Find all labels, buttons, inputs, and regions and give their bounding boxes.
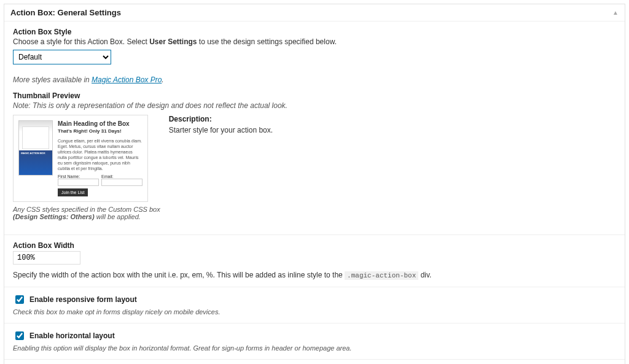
style-instr-post: to use the design settings specified bel… bbox=[197, 37, 336, 46]
more-pre: More styles available in bbox=[13, 76, 92, 84]
width-desc: Specify the width of the action box with… bbox=[13, 271, 616, 279]
horizontal-section: Enable horizontal layout Enabling this o… bbox=[4, 323, 625, 360]
style-instruction: Choose a style for this Action Box. Sele… bbox=[13, 37, 616, 46]
responsive-desc: Check this box to make opt in forms disp… bbox=[13, 308, 616, 316]
style-section: Action Box Style Choose a style for this… bbox=[4, 21, 625, 235]
panel-title: Action Box: General Settings bbox=[10, 8, 121, 17]
more-styles-note: More styles available in Magic Action Bo… bbox=[13, 76, 616, 84]
first-name-input bbox=[58, 179, 99, 186]
thumbnail-row: Main Heading of the Box That's Right! On… bbox=[13, 115, 616, 227]
css-note-l1: Any CSS styles specified in the Custom C… bbox=[13, 206, 160, 213]
join-button: Join the List bbox=[58, 188, 88, 196]
email-label: Email: bbox=[101, 174, 143, 179]
first-name-label: First Name: bbox=[58, 174, 99, 179]
sample-form-row: First Name: Email: bbox=[58, 174, 143, 186]
sample-lorem: Congue etiam, per elit viverra conubia d… bbox=[58, 138, 143, 172]
sample-heading: Main Heading of the Box bbox=[58, 120, 143, 127]
horizontal-desc: Enabling this option will display the bo… bbox=[13, 344, 616, 352]
thumbnail-body: Main Heading of the Box That's Right! On… bbox=[18, 120, 143, 196]
css-note-l2-rest: will be applied. bbox=[95, 213, 141, 220]
pro-link[interactable]: Magic Action Box Pro bbox=[92, 76, 162, 84]
thumbnail-preview-box: Main Heading of the Box That's Right! On… bbox=[13, 115, 148, 202]
style-heading: Action Box Style bbox=[13, 28, 616, 36]
sample-subheading: That's Right! Only 31 Days! bbox=[58, 128, 143, 134]
thumbnail-heading: Thumbnail Preview bbox=[13, 91, 616, 100]
width-heading: Action Box Width bbox=[13, 241, 616, 250]
horizontal-checkbox[interactable] bbox=[15, 331, 24, 340]
responsive-checkbox[interactable] bbox=[15, 295, 24, 304]
boxshot-icon bbox=[18, 120, 53, 176]
responsive-label: Enable responsive form layout bbox=[29, 295, 137, 304]
width-input[interactable] bbox=[13, 251, 80, 265]
description-heading: Description: bbox=[169, 115, 273, 123]
thumbnail-note: Note: This is only a representation of t… bbox=[13, 101, 616, 110]
email-field-wrap: Email: bbox=[101, 174, 143, 186]
description-text: Starter style for your action box. bbox=[169, 126, 273, 134]
width-section: Action Box Width Specify the width of th… bbox=[4, 235, 625, 287]
horizontal-label: Enable horizontal layout bbox=[29, 331, 115, 340]
email-input bbox=[101, 179, 143, 186]
first-name-field-wrap: First Name: bbox=[58, 174, 99, 186]
horizontal-check-row[interactable]: Enable horizontal layout bbox=[13, 330, 616, 342]
width-desc-code: .magic-action-box bbox=[345, 271, 418, 280]
style-instr-bold: User Settings bbox=[149, 37, 197, 46]
collapse-toggle-icon[interactable]: ▲ bbox=[612, 9, 619, 16]
style-select[interactable]: Default bbox=[13, 50, 111, 64]
thumbnail-column: Main Heading of the Box That's Right! On… bbox=[13, 115, 160, 227]
description-block: Description: Starter style for your acti… bbox=[169, 115, 273, 134]
center-section: Center content Enable this option to cen… bbox=[4, 360, 625, 364]
panel-header: Action Box: General Settings ▲ bbox=[4, 4, 625, 21]
more-post: . bbox=[162, 76, 163, 84]
style-instr-pre: Choose a style for this Action Box. Sele… bbox=[13, 37, 149, 46]
width-desc-pre: Specify the width of the action box with… bbox=[13, 271, 345, 279]
responsive-check-row[interactable]: Enable responsive form layout bbox=[13, 293, 616, 306]
css-note-l2-bold: (Design Settings: Others) bbox=[13, 213, 95, 220]
width-desc-post: div. bbox=[418, 271, 431, 279]
css-note: Any CSS styles specified in the Custom C… bbox=[13, 206, 160, 220]
responsive-section: Enable responsive form layout Check this… bbox=[4, 287, 625, 323]
thumbnail-text: Main Heading of the Box That's Right! On… bbox=[58, 120, 143, 196]
settings-panel: Action Box: General Settings ▲ Action Bo… bbox=[4, 4, 625, 364]
